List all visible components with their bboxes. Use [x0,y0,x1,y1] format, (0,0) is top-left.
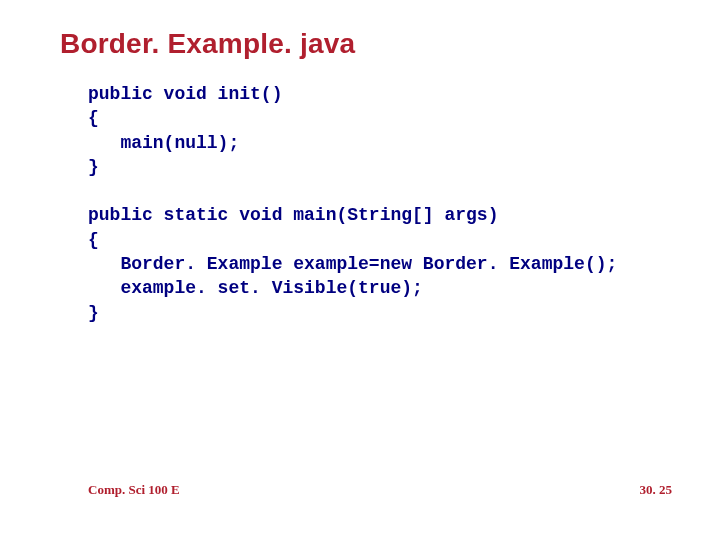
slide-title: Border. Example. java [60,28,660,60]
footer-left: Comp. Sci 100 E [88,482,180,498]
footer-right: 30. 25 [640,482,673,498]
code-block: public void init() { main(null); } publi… [60,82,660,325]
slide: Border. Example. java public void init()… [0,0,720,540]
